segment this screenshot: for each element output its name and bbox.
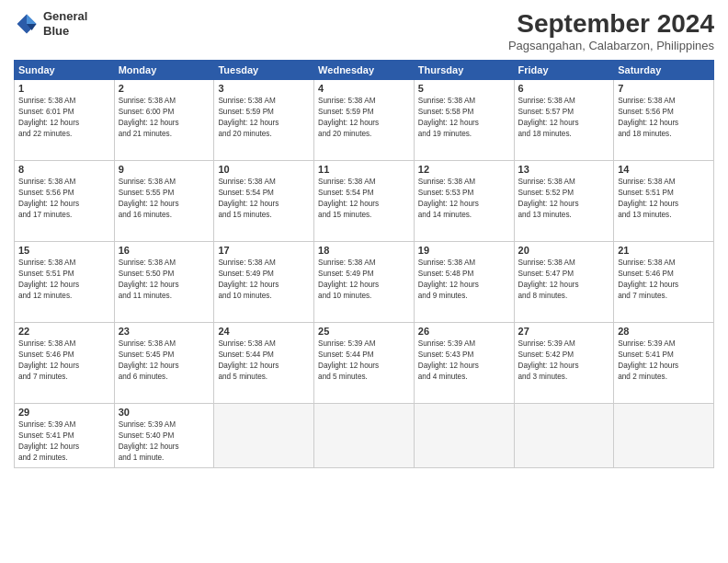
- day-info: Sunrise: 5:39 AM Sunset: 5:42 PM Dayligh…: [518, 339, 610, 383]
- calendar-table: SundayMondayTuesdayWednesdayThursdayFrid…: [14, 60, 714, 468]
- day-number: 11: [318, 164, 410, 175]
- day-info: Sunrise: 5:38 AM Sunset: 5:50 PM Dayligh…: [119, 258, 210, 302]
- day-info: Sunrise: 5:38 AM Sunset: 5:45 PM Dayligh…: [119, 339, 210, 383]
- day-cell: [414, 404, 514, 468]
- day-info: Sunrise: 5:38 AM Sunset: 5:58 PM Dayligh…: [418, 96, 510, 140]
- day-cell: 18Sunrise: 5:38 AM Sunset: 5:49 PM Dayli…: [314, 242, 415, 323]
- day-info: Sunrise: 5:38 AM Sunset: 5:46 PM Dayligh…: [18, 339, 110, 383]
- day-cell: 15Sunrise: 5:38 AM Sunset: 5:51 PM Dayli…: [15, 242, 115, 323]
- day-cell: 14Sunrise: 5:38 AM Sunset: 5:51 PM Dayli…: [614, 161, 714, 242]
- week-row-4: 29Sunrise: 5:39 AM Sunset: 5:41 PM Dayli…: [15, 404, 714, 468]
- day-cell: [214, 404, 314, 468]
- day-number: 27: [518, 326, 610, 337]
- day-number: 2: [119, 83, 210, 94]
- day-number: 4: [318, 83, 410, 94]
- day-number: 19: [418, 245, 510, 256]
- svg-marker-1: [27, 14, 37, 24]
- day-cell: 17Sunrise: 5:38 AM Sunset: 5:49 PM Dayli…: [214, 242, 314, 323]
- week-row-3: 22Sunrise: 5:38 AM Sunset: 5:46 PM Dayli…: [15, 323, 714, 404]
- day-info: Sunrise: 5:38 AM Sunset: 5:52 PM Dayligh…: [518, 177, 610, 221]
- day-cell: 4Sunrise: 5:38 AM Sunset: 5:59 PM Daylig…: [314, 80, 415, 161]
- day-cell: 27Sunrise: 5:39 AM Sunset: 5:42 PM Dayli…: [514, 323, 614, 404]
- day-number: 21: [618, 245, 710, 256]
- day-number: 23: [119, 326, 210, 337]
- day-number: 9: [119, 164, 210, 175]
- day-cell: 20Sunrise: 5:38 AM Sunset: 5:47 PM Dayli…: [514, 242, 614, 323]
- day-info: Sunrise: 5:38 AM Sunset: 5:49 PM Dayligh…: [218, 258, 310, 302]
- day-number: 5: [418, 83, 510, 94]
- day-cell: 13Sunrise: 5:38 AM Sunset: 5:52 PM Dayli…: [514, 161, 614, 242]
- day-info: Sunrise: 5:38 AM Sunset: 6:00 PM Dayligh…: [119, 96, 210, 140]
- day-info: Sunrise: 5:38 AM Sunset: 5:54 PM Dayligh…: [218, 177, 310, 221]
- day-cell: [314, 404, 415, 468]
- day-number: 22: [18, 326, 110, 337]
- day-number: 18: [318, 245, 410, 256]
- week-row-2: 15Sunrise: 5:38 AM Sunset: 5:51 PM Dayli…: [15, 242, 714, 323]
- day-number: 12: [418, 164, 510, 175]
- day-cell: 24Sunrise: 5:38 AM Sunset: 5:44 PM Dayli…: [214, 323, 314, 404]
- day-number: 20: [518, 245, 610, 256]
- day-cell: 7Sunrise: 5:38 AM Sunset: 5:56 PM Daylig…: [614, 80, 714, 161]
- day-cell: [614, 404, 714, 468]
- day-info: Sunrise: 5:38 AM Sunset: 5:48 PM Dayligh…: [418, 258, 510, 302]
- day-cell: 1Sunrise: 5:38 AM Sunset: 6:01 PM Daylig…: [15, 80, 115, 161]
- day-info: Sunrise: 5:39 AM Sunset: 5:43 PM Dayligh…: [418, 339, 510, 383]
- day-number: 3: [218, 83, 310, 94]
- day-cell: 5Sunrise: 5:38 AM Sunset: 5:58 PM Daylig…: [414, 80, 514, 161]
- logo-line2: Blue: [43, 24, 87, 39]
- day-info: Sunrise: 5:38 AM Sunset: 5:56 PM Dayligh…: [618, 96, 710, 140]
- logo-text: General Blue: [43, 9, 87, 38]
- day-cell: 3Sunrise: 5:38 AM Sunset: 5:59 PM Daylig…: [214, 80, 314, 161]
- day-info: Sunrise: 5:38 AM Sunset: 5:46 PM Dayligh…: [618, 258, 710, 302]
- general-blue-logo-icon: [14, 11, 40, 37]
- day-cell: 9Sunrise: 5:38 AM Sunset: 5:55 PM Daylig…: [114, 161, 214, 242]
- day-cell: 25Sunrise: 5:39 AM Sunset: 5:44 PM Dayli…: [314, 323, 415, 404]
- day-cell: 28Sunrise: 5:39 AM Sunset: 5:41 PM Dayli…: [614, 323, 714, 404]
- col-header-friday: Friday: [514, 61, 614, 80]
- day-number: 14: [618, 164, 710, 175]
- day-number: 29: [18, 407, 110, 418]
- day-info: Sunrise: 5:39 AM Sunset: 5:40 PM Dayligh…: [119, 419, 210, 464]
- day-number: 10: [218, 164, 310, 175]
- day-info: Sunrise: 5:38 AM Sunset: 5:57 PM Dayligh…: [518, 96, 610, 140]
- week-row-1: 8Sunrise: 5:38 AM Sunset: 5:56 PM Daylig…: [15, 161, 714, 242]
- header: General Blue September 2024 Pagsangahan,…: [14, 9, 714, 52]
- day-info: Sunrise: 5:38 AM Sunset: 5:47 PM Dayligh…: [518, 258, 610, 302]
- logo-line1: General: [43, 9, 87, 24]
- col-header-saturday: Saturday: [614, 61, 714, 80]
- day-number: 28: [618, 326, 710, 337]
- day-number: 17: [218, 245, 310, 256]
- day-number: 26: [418, 326, 510, 337]
- day-number: 7: [618, 83, 710, 94]
- week-row-0: 1Sunrise: 5:38 AM Sunset: 6:01 PM Daylig…: [15, 80, 714, 161]
- day-number: 13: [518, 164, 610, 175]
- day-cell: 11Sunrise: 5:38 AM Sunset: 5:54 PM Dayli…: [314, 161, 415, 242]
- day-info: Sunrise: 5:38 AM Sunset: 6:01 PM Dayligh…: [18, 96, 110, 140]
- day-info: Sunrise: 5:38 AM Sunset: 5:59 PM Dayligh…: [218, 96, 310, 140]
- day-info: Sunrise: 5:39 AM Sunset: 5:44 PM Dayligh…: [318, 339, 410, 383]
- day-info: Sunrise: 5:38 AM Sunset: 5:55 PM Dayligh…: [119, 177, 210, 221]
- day-cell: 12Sunrise: 5:38 AM Sunset: 5:53 PM Dayli…: [414, 161, 514, 242]
- day-info: Sunrise: 5:38 AM Sunset: 5:51 PM Dayligh…: [618, 177, 710, 221]
- day-info: Sunrise: 5:39 AM Sunset: 5:41 PM Dayligh…: [618, 339, 710, 383]
- day-number: 24: [218, 326, 310, 337]
- month-title: September 2024: [508, 9, 714, 39]
- day-info: Sunrise: 5:39 AM Sunset: 5:41 PM Dayligh…: [18, 419, 110, 464]
- day-cell: 10Sunrise: 5:38 AM Sunset: 5:54 PM Dayli…: [214, 161, 314, 242]
- page: General Blue September 2024 Pagsangahan,…: [0, 0, 728, 563]
- title-section: September 2024 Pagsangahan, Calabarzon, …: [508, 9, 714, 52]
- day-info: Sunrise: 5:38 AM Sunset: 5:49 PM Dayligh…: [318, 258, 410, 302]
- day-cell: 16Sunrise: 5:38 AM Sunset: 5:50 PM Dayli…: [114, 242, 214, 323]
- day-number: 8: [18, 164, 110, 175]
- day-info: Sunrise: 5:38 AM Sunset: 5:53 PM Dayligh…: [418, 177, 510, 221]
- day-cell: 2Sunrise: 5:38 AM Sunset: 6:00 PM Daylig…: [114, 80, 214, 161]
- day-number: 16: [119, 245, 210, 256]
- day-cell: 8Sunrise: 5:38 AM Sunset: 5:56 PM Daylig…: [15, 161, 115, 242]
- col-header-thursday: Thursday: [414, 61, 514, 80]
- day-info: Sunrise: 5:38 AM Sunset: 5:51 PM Dayligh…: [18, 258, 110, 302]
- day-cell: 29Sunrise: 5:39 AM Sunset: 5:41 PM Dayli…: [15, 404, 115, 468]
- day-number: 30: [119, 407, 210, 418]
- day-info: Sunrise: 5:38 AM Sunset: 5:59 PM Dayligh…: [318, 96, 410, 140]
- day-cell: [514, 404, 614, 468]
- logo: General Blue: [14, 9, 87, 38]
